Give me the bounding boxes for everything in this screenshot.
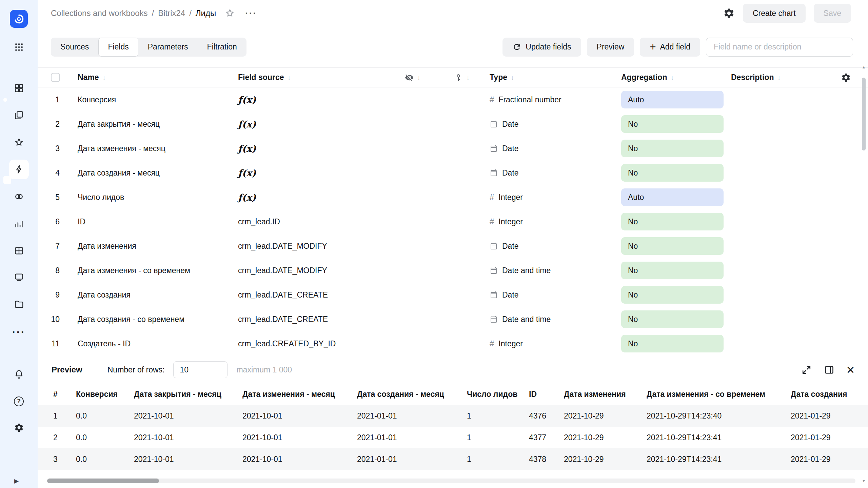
field-type-cell: # Date: [490, 144, 621, 153]
field-row[interactable]: 2 Дата закрытия - месяц ƒ(x) #: [38, 112, 868, 136]
column-header-description[interactable]: Description↓: [731, 73, 816, 82]
aggregation-select[interactable]: No: [621, 115, 724, 133]
preview-toggle-button[interactable]: Preview: [587, 38, 634, 57]
field-row[interactable]: 11 Создатель - ID ƒ(x) crm_lead.CREATED_…: [38, 331, 868, 356]
field-name[interactable]: Дата изменения - со временем: [78, 266, 190, 275]
sidebar-collapse-button[interactable]: ▶: [14, 477, 19, 485]
scroll-down-icon[interactable]: ▼: [862, 479, 866, 483]
preview-cell: 2021-10-29T14:23:40: [647, 411, 791, 421]
field-row[interactable]: 9 Дата создания ƒ(x) crm_lead.DATE_CREAT…: [38, 283, 868, 307]
column-header-source[interactable]: Field source↓: [238, 73, 405, 82]
preview-cell: 2: [53, 433, 76, 442]
field-name[interactable]: Дата создания: [78, 290, 131, 300]
breadcrumb-collections[interactable]: Collections and workbooks: [51, 8, 147, 18]
field-type[interactable]: Date: [502, 144, 519, 153]
rows-count-input[interactable]: [173, 361, 228, 378]
update-fields-button[interactable]: Update fields: [502, 38, 581, 57]
close-preview-button[interactable]: ×: [847, 365, 854, 375]
field-name[interactable]: Дата создания - со временем: [78, 315, 184, 324]
field-type[interactable]: Date: [502, 168, 519, 178]
favorite-star-icon[interactable]: [225, 8, 235, 18]
column-header-type[interactable]: Type↓: [490, 73, 621, 82]
aggregation-select[interactable]: No: [621, 140, 724, 157]
field-row[interactable]: 8 Дата изменения - со временем ƒ(x) crm_…: [38, 258, 868, 283]
aggregation-select[interactable]: No: [621, 310, 724, 328]
field-name-cell: Создатель - ID: [78, 339, 238, 348]
tab-filtration[interactable]: Filtration: [198, 38, 246, 57]
sidebar-item-favorites[interactable]: [9, 133, 29, 152]
settings-button[interactable]: [9, 418, 29, 438]
expand-preview-button[interactable]: [801, 365, 812, 375]
columns-settings-button[interactable]: [841, 73, 851, 83]
vertical-scrollbar[interactable]: [862, 70, 866, 480]
aggregation-select[interactable]: No: [621, 213, 724, 230]
field-name[interactable]: Дата изменения - месяц: [78, 144, 165, 153]
horizontal-scrollbar-thumb[interactable]: [47, 479, 159, 483]
dataset-settings-button[interactable]: [723, 7, 735, 19]
horizontal-scrollbar[interactable]: [47, 479, 855, 483]
aggregation-select[interactable]: No: [621, 286, 724, 304]
field-name[interactable]: Число лидов: [78, 193, 124, 202]
field-name[interactable]: Дата закрытия - месяц: [78, 120, 160, 129]
field-name[interactable]: Дата создания - месяц: [78, 168, 160, 178]
create-chart-button[interactable]: Create chart: [743, 4, 806, 23]
tab-fields[interactable]: Fields: [98, 38, 138, 57]
sidebar-item-datasets[interactable]: [9, 187, 29, 206]
aggregation-select[interactable]: No: [621, 164, 724, 182]
sidebar-item-collections[interactable]: [9, 78, 29, 98]
preview-controls: ×: [801, 365, 854, 375]
add-field-button[interactable]: + Add field: [640, 38, 700, 57]
field-type[interactable]: Integer: [498, 193, 523, 202]
tab-parameters[interactable]: Parameters: [138, 38, 198, 57]
breadcrumb-workbook[interactable]: Bitrix24: [158, 8, 185, 18]
save-button[interactable]: Save: [814, 4, 851, 23]
datalens-logo[interactable]: [10, 10, 28, 28]
sidebar-item-workbooks[interactable]: [9, 105, 29, 125]
sidebar-item-connections[interactable]: [9, 160, 29, 179]
aggregation-select[interactable]: No: [621, 335, 724, 352]
scroll-up-icon[interactable]: ▲: [862, 65, 866, 69]
field-name[interactable]: Создатель - ID: [78, 339, 131, 348]
aggregation-select[interactable]: No: [621, 262, 724, 279]
column-header-name[interactable]: Name↓: [78, 73, 238, 82]
column-header-key[interactable]: ↓: [454, 73, 490, 82]
field-row[interactable]: 4 Дата создания - месяц ƒ(x) #: [38, 161, 868, 185]
notifications-button[interactable]: [9, 364, 29, 384]
sidebar-item-more[interactable]: ···: [9, 322, 29, 342]
row-number: 1: [51, 95, 60, 104]
field-type[interactable]: Date and time: [502, 266, 551, 275]
field-type[interactable]: Date: [502, 290, 519, 300]
select-all-checkbox[interactable]: [51, 73, 60, 82]
field-row[interactable]: 10 Дата создания - со временем ƒ(x) crm_…: [38, 307, 868, 331]
vertical-scrollbar-thumb[interactable]: [862, 78, 866, 150]
sidebar-item-files[interactable]: [9, 294, 29, 314]
field-row[interactable]: 7 Дата изменения ƒ(x) crm_lead.DATE_MODI…: [38, 234, 868, 258]
field-row[interactable]: 6 ID ƒ(x) crm_lead.ID #: [38, 209, 868, 234]
field-row[interactable]: 3 Дата изменения - месяц ƒ(x) #: [38, 136, 868, 161]
aggregation-select[interactable]: Auto: [621, 91, 724, 108]
column-header-aggregation[interactable]: Aggregation↓: [621, 73, 731, 82]
sidebar-item-dashboards[interactable]: [9, 267, 29, 287]
sidebar-item-charts[interactable]: [9, 214, 29, 233]
field-name[interactable]: ID: [78, 217, 85, 226]
column-header-hidden[interactable]: ↓: [405, 73, 454, 82]
field-type[interactable]: Date: [502, 242, 519, 251]
field-name[interactable]: Конверсия: [78, 95, 116, 104]
help-button[interactable]: ?: [9, 391, 29, 411]
field-search-input[interactable]: [706, 38, 853, 57]
dock-preview-button[interactable]: [824, 365, 834, 375]
apps-grid-icon[interactable]: [9, 37, 29, 57]
field-type[interactable]: Date: [502, 120, 519, 129]
field-type[interactable]: Fractional number: [498, 95, 561, 104]
sidebar-item-tables[interactable]: [9, 241, 29, 261]
field-row[interactable]: 1 Конверсия ƒ(x) #: [38, 87, 868, 112]
field-type[interactable]: Integer: [498, 217, 523, 226]
field-name[interactable]: Дата изменения: [78, 242, 136, 251]
tab-sources[interactable]: Sources: [51, 38, 98, 57]
field-type[interactable]: Integer: [498, 339, 523, 348]
more-actions-button[interactable]: ···: [245, 8, 257, 19]
aggregation-select[interactable]: No: [621, 237, 724, 255]
aggregation-select[interactable]: Auto: [621, 188, 724, 206]
field-row[interactable]: 5 Число лидов ƒ(x) #: [38, 185, 868, 209]
field-type[interactable]: Date and time: [502, 315, 551, 324]
